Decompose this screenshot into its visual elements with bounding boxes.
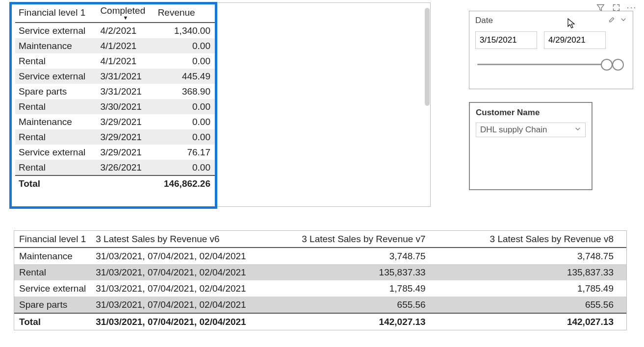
cell-completed: 3/30/2021	[97, 99, 154, 114]
cell-v8: 1,785.49	[438, 280, 626, 297]
bot-total-c2: 142,027.13	[297, 313, 438, 330]
date-slicer-title: Date	[475, 16, 493, 25]
cell-completed: 4/2/2021	[97, 23, 154, 38]
cell-revenue: 445.49	[155, 69, 216, 84]
chevron-down-icon	[574, 125, 581, 135]
table-row[interactable]: Rental3/30/20210.00	[15, 99, 216, 114]
cell-financial-level: Rental	[15, 160, 97, 175]
cell-v6: 31/03/2021, 07/04/2021, 02/04/2021	[91, 248, 297, 264]
cell-completed: 3/31/2021	[97, 84, 154, 99]
top-table: Financial level 1 Completed ▼ Revenue Se…	[15, 3, 216, 191]
bot-col-v7[interactable]: 3 Latest Sales by Revenue v7	[297, 231, 438, 248]
cell-v8: 3,748.75	[438, 248, 626, 264]
cell-financial-level: Rental	[14, 264, 91, 280]
cell-financial-level: Service external	[15, 23, 97, 38]
top-total-value: 146,862.26	[155, 175, 216, 191]
customer-slicer[interactable]: Customer Name DHL supply Chain	[469, 102, 592, 190]
cell-v7: 135,837.33	[297, 264, 438, 280]
cell-v6: 31/03/2021, 07/04/2021, 02/04/2021	[91, 264, 297, 280]
cell-financial-level: Service external	[15, 69, 97, 84]
cell-revenue: 368.90	[155, 84, 216, 99]
table-row[interactable]: Service external3/31/2021445.49	[15, 69, 216, 84]
bottom-table-visual[interactable]: Financial level 1 3 Latest Sales by Reve…	[14, 230, 627, 330]
bot-total-c3: 142,027.13	[438, 313, 626, 330]
top-table-scrollbar[interactable]	[425, 8, 430, 106]
cell-completed: 3/29/2021	[97, 145, 154, 160]
cell-financial-level: Rental	[15, 53, 97, 69]
bot-col-v8[interactable]: 3 Latest Sales by Revenue v8	[438, 231, 626, 248]
table-row[interactable]: Rental4/1/20210.00	[15, 53, 216, 69]
table-row[interactable]: Service external3/29/202176.17	[15, 145, 216, 160]
top-col-revenue[interactable]: Revenue	[155, 3, 216, 23]
cell-revenue: 0.00	[155, 160, 216, 175]
chevron-down-icon[interactable]	[620, 16, 627, 25]
date-slicer[interactable]: Date	[469, 11, 633, 89]
top-table-body: Service external4/2/20211,340.00Maintena…	[15, 23, 216, 175]
top-col-completed[interactable]: Completed ▼	[97, 3, 154, 23]
cell-financial-level: Spare parts	[15, 84, 97, 99]
cell-completed: 3/31/2021	[97, 69, 154, 84]
cell-financial-level: Maintenance	[15, 114, 97, 129]
cell-revenue: 0.00	[155, 38, 216, 53]
sort-desc-icon: ▼	[100, 15, 151, 20]
table-row[interactable]: Rental3/26/20210.00	[15, 160, 216, 175]
slider-handle-start[interactable]	[601, 59, 613, 71]
cell-revenue: 0.00	[155, 114, 216, 129]
table-row[interactable]: Service external31/03/2021, 07/04/2021, …	[14, 280, 626, 297]
bottom-table: Financial level 1 3 Latest Sales by Reve…	[14, 231, 626, 330]
cell-v8: 655.56	[438, 297, 626, 313]
cell-completed: 3/29/2021	[97, 114, 154, 129]
eraser-icon[interactable]	[607, 15, 615, 25]
table-row[interactable]: Maintenance31/03/2021, 07/04/2021, 02/04…	[14, 248, 626, 264]
slider-handle-end[interactable]	[612, 59, 624, 71]
cell-financial-level: Spare parts	[14, 297, 91, 313]
cell-v6: 31/03/2021, 07/04/2021, 02/04/2021	[91, 280, 297, 297]
customer-slicer-title: Customer Name	[476, 108, 586, 118]
slider-track	[477, 64, 603, 65]
bot-total-c1: 31/03/2021, 07/04/2021, 02/04/2021	[91, 313, 297, 330]
table-row[interactable]: Service external4/2/20211,340.00	[15, 23, 216, 38]
table-row[interactable]: Maintenance3/29/20210.00	[15, 114, 216, 129]
cell-v7: 3,748.75	[297, 248, 438, 264]
cell-financial-level: Service external	[15, 145, 97, 160]
cell-financial-level: Rental	[15, 129, 97, 145]
table-row[interactable]: Spare parts3/31/2021368.90	[15, 84, 216, 99]
date-start-input[interactable]	[475, 31, 537, 49]
customer-dropdown[interactable]: DHL supply Chain	[476, 123, 586, 137]
bot-col-financial-level[interactable]: Financial level 1	[14, 231, 91, 248]
cell-v8: 135,837.33	[438, 264, 626, 280]
cell-completed: 3/26/2021	[97, 160, 154, 175]
cell-v7: 1,785.49	[297, 280, 438, 297]
cell-financial-level: Rental	[15, 99, 97, 114]
cell-financial-level: Maintenance	[15, 38, 97, 53]
cell-revenue: 76.17	[155, 145, 216, 160]
bot-col-v6[interactable]: 3 Latest Sales by Revenue v6	[91, 231, 297, 248]
table-row[interactable]: Rental31/03/2021, 07/04/2021, 02/04/2021…	[14, 264, 626, 280]
cell-v6: 31/03/2021, 07/04/2021, 02/04/2021	[91, 297, 297, 313]
table-row[interactable]: Spare parts31/03/2021, 07/04/2021, 02/04…	[14, 297, 626, 313]
cell-completed: 3/29/2021	[97, 129, 154, 145]
top-col-financial-level[interactable]: Financial level 1	[15, 3, 97, 23]
cell-revenue: 0.00	[155, 53, 216, 69]
top-col-completed-label: Completed	[100, 5, 145, 16]
bot-total-label: Total	[14, 313, 91, 330]
cell-v7: 655.56	[297, 297, 438, 313]
date-range-slider[interactable]	[475, 61, 627, 73]
cell-financial-level: Service external	[14, 280, 91, 297]
table-row[interactable]: Rental3/29/20210.00	[15, 129, 216, 145]
cell-revenue: 0.00	[155, 99, 216, 114]
cell-completed: 4/1/2021	[97, 53, 154, 69]
customer-selected-value: DHL supply Chain	[480, 125, 547, 135]
bottom-table-body: Maintenance31/03/2021, 07/04/2021, 02/04…	[14, 248, 626, 313]
top-total-label: Total	[15, 175, 97, 191]
top-table-visual[interactable]: Financial level 1 Completed ▼ Revenue Se…	[12, 2, 431, 207]
cell-completed: 4/1/2021	[97, 38, 154, 53]
table-row[interactable]: Maintenance4/1/20210.00	[15, 38, 216, 53]
cell-revenue: 0.00	[155, 129, 216, 145]
date-end-input[interactable]	[544, 31, 606, 49]
cell-financial-level: Maintenance	[14, 248, 91, 264]
cell-revenue: 1,340.00	[155, 23, 216, 38]
